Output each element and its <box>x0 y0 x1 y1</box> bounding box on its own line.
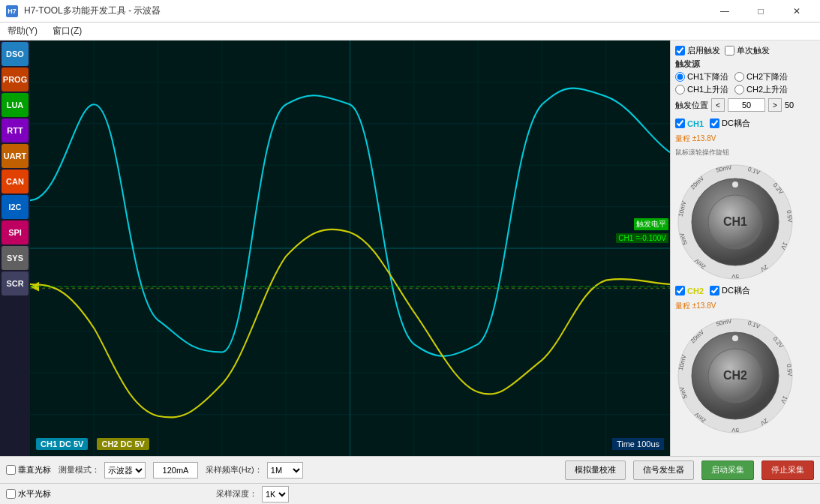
trigger-pos-row: 触发位置 < > 50 <box>675 98 815 112</box>
title-left: H7 H7-TOOL多功能开发工具 - 示波器 <box>6 4 161 17</box>
horizontal-cursor-checkbox[interactable]: 水平光标 <box>6 488 51 500</box>
svg-text:0.5V: 0.5V <box>785 364 794 377</box>
close-button[interactable]: ✕ <box>779 3 814 20</box>
sidebar-item-dso[interactable]: DSO <box>2 42 29 66</box>
ch2-knob-svg: 2mV 5mV 10mV 20mV 50mV 0.1V 0.2V 0.5V 1V… <box>675 316 795 436</box>
trigger-enable-input[interactable] <box>675 46 685 56</box>
maximize-button[interactable]: □ <box>743 3 778 20</box>
svg-text:0.5V: 0.5V <box>785 210 794 224</box>
trigger-pos-label: 触发位置 <box>675 100 708 111</box>
ch1-hint: 鼠标滚轮操作旋钮 <box>675 148 815 158</box>
minimize-button[interactable]: — <box>707 3 742 20</box>
ch1-section-label: CH1 <box>687 119 704 128</box>
sidebar-item-prog[interactable]: PROG <box>2 68 29 92</box>
trigger-source-section-label: 触发源 <box>675 58 815 70</box>
ch1-dc-coupling-checkbox[interactable]: DC耦合 <box>710 118 750 129</box>
sample-rate-group: 采样频率(Hz)： 1M 500K 250K 100K <box>206 462 303 478</box>
sample-depth-label: 采样深度： <box>216 488 257 500</box>
ch1-knob-svg: 2mV 5mV 10mV 20mV 50mV 0.1V 0.2V 0.5V 1V… <box>675 162 795 282</box>
svg-text:5V: 5V <box>731 427 738 434</box>
ch1-rising-radio[interactable]: CH1上升沿 <box>675 84 728 95</box>
menu-bar: 帮助(Y) 窗口(Z) <box>0 22 820 40</box>
sidebar: DSO PROG LUA RTT UART CAN I2C SPI SYS SC… <box>0 40 30 456</box>
menu-window[interactable]: 窗口(Z) <box>48 23 86 39</box>
calibrate-button[interactable]: 模拟量校准 <box>565 460 626 480</box>
stop-capture-button[interactable]: 停止采集 <box>761 460 814 480</box>
ch2-falling-label: CH2下降沿 <box>746 71 788 82</box>
main-area: DSO PROG LUA RTT UART CAN I2C SPI SYS SC… <box>0 40 820 456</box>
ch1-range: 量程 ±13.8V <box>675 134 815 144</box>
ch1-label: CH1 DC 5V <box>36 438 88 450</box>
trigger-section: 启用触发 单次触发 触发源 CH1下降沿 CH2下降沿 <box>675 45 815 115</box>
single-trigger-label: 单次触发 <box>737 45 770 56</box>
mode-label: 测量模式： <box>59 464 100 476</box>
right-panel: 启用触发 单次触发 触发源 CH1下降沿 CH2下降沿 <box>670 40 820 456</box>
sidebar-item-spi[interactable]: SPI <box>2 220 29 244</box>
svg-point-53 <box>732 335 738 341</box>
sidebar-item-scr[interactable]: SCR <box>2 272 29 296</box>
ch2-enable-checkbox[interactable]: CH2 <box>675 286 704 296</box>
ch1-enable-checkbox[interactable]: CH1 <box>675 118 704 128</box>
ch1-knob-wrapper: 2mV 5mV 10mV 20mV 50mV 0.1V 0.2V 0.5V 1V… <box>675 162 795 282</box>
single-trigger-input[interactable] <box>725 46 734 56</box>
current-group <box>153 462 198 478</box>
sidebar-item-rtt[interactable]: RTT <box>2 118 29 142</box>
horizontal-cursor-label: 水平光标 <box>18 488 51 500</box>
ch2-rising-label: CH2上升沿 <box>746 84 788 95</box>
ch-labels: CH1 DC 5V CH2 DC 5V <box>36 438 149 450</box>
trigger-enable-row: 启用触发 单次触发 <box>675 45 815 56</box>
title-bar: H7 H7-TOOL多功能开发工具 - 示波器 — □ ✕ <box>0 0 820 22</box>
window-controls[interactable]: — □ ✕ <box>707 3 814 20</box>
ch2-section-label: CH2 <box>687 286 704 296</box>
sidebar-item-can[interactable]: CAN <box>2 170 29 194</box>
horizontal-cursor-group: 水平光标 <box>6 488 51 500</box>
trigger-level-label: 触发电平 <box>634 218 668 230</box>
sidebar-item-uart[interactable]: UART <box>2 144 29 168</box>
ch1-falling-radio[interactable]: CH1下降沿 <box>675 71 728 82</box>
trigger-enable-label: 启用触发 <box>687 45 720 56</box>
scope-area[interactable]: 触发电平 CH1 =-0.100V CH1 DC 5V CH2 DC 5V Ti… <box>30 40 670 456</box>
mode-group: 测量模式： 示波器 记录仪 <box>59 462 146 478</box>
vertical-cursor-checkbox[interactable]: 垂直光标 <box>6 464 51 476</box>
trigger-pos-input[interactable] <box>728 98 765 112</box>
ch2-falling-radio[interactable]: CH2下降沿 <box>734 71 788 82</box>
bottom-toolbar-2: 水平光标 采样深度： 1K 2K 4K 8K <box>0 483 820 504</box>
scope-svg <box>30 40 670 456</box>
trigger-pos-value-label: 50 <box>785 100 794 110</box>
sample-rate-label: 采样频率(Hz)： <box>206 464 263 476</box>
ch2-dc-coupling-checkbox[interactable]: DC耦合 <box>710 285 750 296</box>
signal-gen-button[interactable]: 信号发生器 <box>633 460 694 480</box>
ch1-knob-label: CH1 <box>723 215 747 228</box>
start-capture-button[interactable]: 启动采集 <box>701 460 754 480</box>
ch1-falling-label: CH1下降沿 <box>687 71 728 82</box>
sample-rate-select[interactable]: 1M 500K 250K 100K <box>267 462 303 478</box>
trigger-source-row: CH1下降沿 CH2下降沿 CH1上升沿 CH2上升沿 <box>675 71 815 95</box>
ch1-rising-label: CH1上升沿 <box>687 84 728 95</box>
sidebar-item-i2c[interactable]: I2C <box>2 195 29 219</box>
title-text: H7-TOOL多功能开发工具 - 示波器 <box>24 4 161 17</box>
current-input[interactable] <box>153 462 198 478</box>
sample-depth-group: 采样深度： 1K 2K 4K 8K <box>216 486 289 502</box>
trigger-pos-right-btn[interactable]: > <box>768 98 782 112</box>
svg-text:5V: 5V <box>731 273 738 280</box>
ch2-rising-radio[interactable]: CH2上升沿 <box>734 84 788 95</box>
ch2-label: CH2 DC 5V <box>97 438 149 450</box>
ch1-dc-coupling-label: DC耦合 <box>722 118 750 129</box>
sample-depth-select[interactable]: 1K 2K 4K 8K <box>262 486 289 502</box>
ch2-dc-coupling-label: DC耦合 <box>722 285 750 296</box>
trigger-enable-checkbox[interactable]: 启用触发 <box>675 45 720 56</box>
time-label: Time 100us <box>612 438 664 450</box>
sidebar-item-lua[interactable]: LUA <box>2 93 29 117</box>
cursor-group: 垂直光标 <box>6 464 51 476</box>
single-trigger-checkbox[interactable]: 单次触发 <box>725 45 770 56</box>
ch2-range: 量程 ±13.8V <box>675 301 815 311</box>
trigger-pos-left-btn[interactable]: < <box>711 98 725 112</box>
sidebar-item-sys[interactable]: SYS <box>2 246 29 270</box>
menu-help[interactable]: 帮助(Y) <box>3 23 42 39</box>
ch1-trigger-value: CH1 =-0.100V <box>616 233 668 243</box>
ch2-knob-label: CH2 <box>723 369 747 382</box>
bottom-toolbar: 垂直光标 测量模式： 示波器 记录仪 采样频率(Hz)： 1M 500K 250… <box>0 456 820 483</box>
ch2-knob-wrapper: 2mV 5mV 10mV 20mV 50mV 0.1V 0.2V 0.5V 1V… <box>675 316 795 436</box>
svg-point-38 <box>732 182 738 188</box>
mode-select[interactable]: 示波器 记录仪 <box>104 462 146 478</box>
